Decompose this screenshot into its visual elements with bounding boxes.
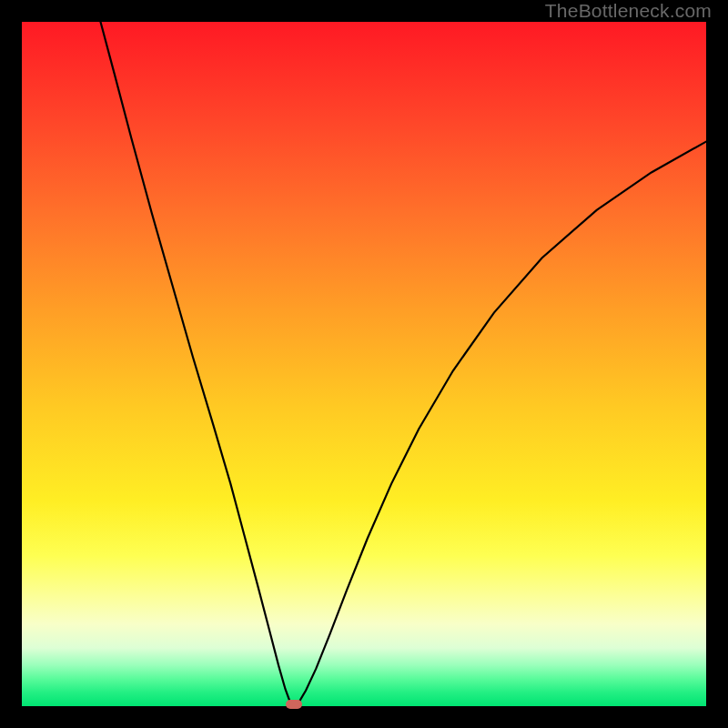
chart-plot-area [22, 22, 706, 706]
watermark-text: TheBottleneck.com [545, 0, 712, 22]
bottleneck-curve [22, 22, 706, 706]
minimum-point-marker [286, 700, 302, 709]
